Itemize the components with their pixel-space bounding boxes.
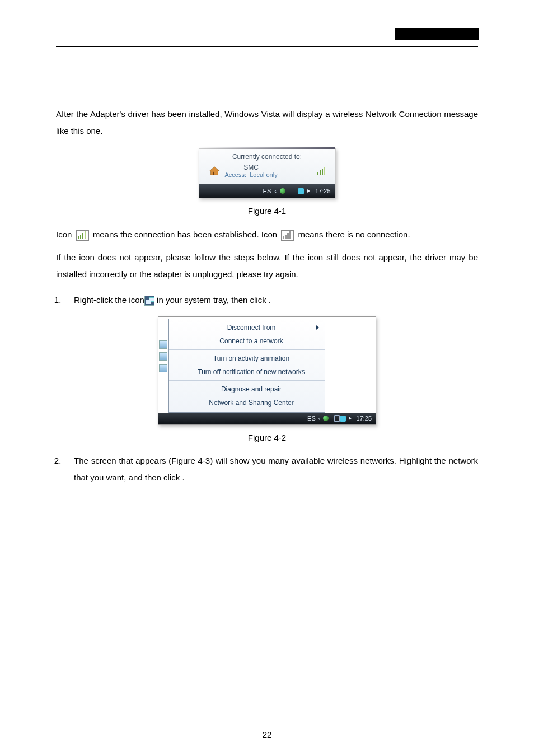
step2-trailing-dot: . [182,473,184,482]
taskbar: ES ‹ 17:25 [199,184,335,198]
network-text: SMC Access: Local only [225,164,278,178]
left-icon-strip [159,323,168,376]
language-indicator-2: ES [307,415,316,422]
tray-volume-icon-2 [349,416,353,421]
menu-turn-off-notif[interactable]: Turn off notification of new networks [169,365,325,379]
step-list-1: Right-click the icon in your system tray… [56,292,478,309]
menu-connect[interactable]: Connect to a network [169,334,325,348]
figure-4-1: Currently connected to: SMC Access: Loca… [56,148,478,198]
tray-orb-icon-2 [323,416,329,421]
step-1: Right-click the icon in your system tray… [71,292,478,309]
tray-network-icon [298,188,304,194]
connected-icon [76,230,89,241]
page-number: 22 [0,730,534,739]
taskbar-time-2: 17:25 [356,415,372,422]
network-row: SMC Access: Local only [204,164,330,178]
header-rule [56,28,478,47]
tray-orb-icon [280,188,285,194]
menu-disconnect[interactable]: Disconnect from [169,321,325,334]
signal-strength-icon [315,166,330,176]
icon-explanation: Icon means the connection has been estab… [56,226,478,244]
tray-expand-icon-2: ‹ [318,415,321,422]
network-access: Access: Local only [225,171,278,178]
context-menu-screenshot: Disconnect from Connect to a network Tur… [158,316,376,425]
tray-network-icon-2 [340,416,346,422]
header-black-box [395,28,479,40]
figure-4-1-caption: Figure 4-1 [56,206,478,216]
left-icon-1 [159,340,167,349]
tray-tooltip-screenshot: Currently connected to: SMC Access: Loca… [199,148,336,198]
tray-volume-icon [307,188,312,194]
taskbar-time: 17:25 [315,188,331,194]
svg-rect-0 [213,172,214,175]
tray-security-icon [289,188,294,194]
context-menu: Disconnect from Connect to a network Tur… [168,319,325,413]
home-network-icon [208,165,221,177]
figure-4-2-caption: Figure 4-2 [56,433,478,442]
menu-sharing-center[interactable]: Network and Sharing Center [169,396,325,409]
language-indicator: ES [263,188,271,194]
left-icon-2 [159,352,167,361]
tooltip-box: Currently connected to: SMC Access: Loca… [199,149,335,184]
disconnected-icon [281,230,294,241]
menu-activity-anim[interactable]: Turn on activity animation [169,352,325,365]
tray-security-icon-2 [331,415,337,422]
figure-4-2: Disconnect from Connect to a network Tur… [56,316,478,425]
left-icon-3 [159,364,167,372]
step-list-2: The screen that appears (Figure 4-3) wil… [56,452,478,486]
step-2: The screen that appears (Figure 4-3) wil… [71,452,478,486]
menu-diagnose[interactable]: Diagnose and repair [169,382,325,396]
intro-paragraph: After the Adapter's driver has been inst… [56,106,478,139]
taskbar-2: ES ‹ 17:25 [158,413,376,424]
tooltip-title: Currently connected to: [204,153,330,161]
step1-trailing-dot: . [269,295,271,305]
network-name: SMC [225,164,278,171]
tray-expand-icon: ‹ [274,188,277,194]
network-tray-icon [144,296,154,306]
troubleshoot-paragraph: If the icon does not appear, please foll… [56,249,478,283]
